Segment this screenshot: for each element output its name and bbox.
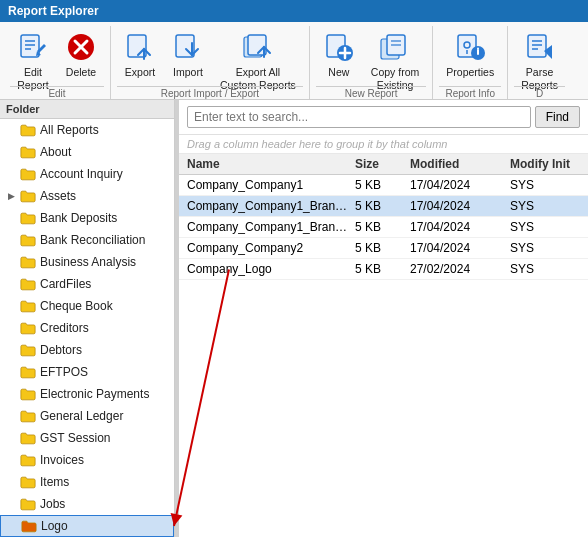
sidebar-item-card-files[interactable]: CardFiles (0, 273, 174, 295)
table-row[interactable]: Company_Company1_Branch25 KB17/04/2024SY… (179, 217, 588, 238)
sidebar-item-jobs[interactable]: Jobs (0, 493, 174, 515)
sidebar-item-creditors[interactable]: Creditors (0, 317, 174, 339)
folder-icon (20, 233, 36, 247)
import-label: Import (173, 66, 203, 79)
group-hint: Drag a column header here to group it by… (179, 135, 588, 154)
sidebar-item-label: Debtors (40, 343, 82, 357)
cell-name: Company_Company1_Branch2 (187, 220, 355, 234)
sidebar-item-account-inquiry[interactable]: Account Inquiry (0, 163, 174, 185)
sidebar-item-label: GST Session (40, 431, 110, 445)
sidebar-item-about[interactable]: About (0, 141, 174, 163)
svg-point-27 (477, 48, 479, 50)
cell-size: 5 KB (355, 262, 410, 276)
search-button[interactable]: Find (535, 106, 580, 128)
table-row[interactable]: Company_Company25 KB17/04/2024SYS (179, 238, 588, 259)
sidebar-item-bank-deposits[interactable]: Bank Deposits (0, 207, 174, 229)
sidebar-item-gst-session[interactable]: GST Session (0, 427, 174, 449)
sidebar-item-assets[interactable]: ▶ Assets (0, 185, 174, 207)
cell-size: 5 KB (355, 199, 410, 213)
sidebar-item-label: Assets (40, 189, 76, 203)
cell-modifyInit: SYS (510, 241, 580, 255)
sidebar-item-logo[interactable]: Logo (0, 515, 174, 537)
table-row[interactable]: Company_Company15 KB17/04/2024SYS (179, 175, 588, 196)
sidebar-item-business-analysis[interactable]: Business Analysis (0, 251, 174, 273)
ribbon-group-parse: ParseReports D (508, 26, 571, 99)
cell-modified: 17/04/2024 (410, 178, 510, 192)
ribbon-group-import-export-label: Report Import / Export (117, 86, 303, 100)
sidebar-item-label: Jobs (40, 497, 65, 511)
sidebar-item-invoices[interactable]: Invoices (0, 449, 174, 471)
new-button[interactable]: New (316, 26, 362, 84)
sidebar-item-label: All Reports (40, 123, 99, 137)
table-row[interactable]: Company_Company1_Branch15 KB17/04/2024SY… (179, 196, 588, 217)
sidebar-item-debtors[interactable]: Debtors (0, 339, 174, 361)
ribbon-group-report-info: Properties Report Info (433, 26, 508, 99)
sidebar-item-label: Bank Reconciliation (40, 233, 145, 247)
copy-from-existing-button[interactable]: Copy fromExisting (364, 26, 426, 84)
sidebar-item-label: Bank Deposits (40, 211, 117, 225)
sidebar-item-items[interactable]: Items (0, 471, 174, 493)
sidebar-item-bank-reconciliation[interactable]: Bank Reconciliation (0, 229, 174, 251)
expand-icon[interactable]: ▶ (8, 191, 20, 201)
import-button[interactable]: Import (165, 26, 211, 84)
ribbon-group-parse-label: D (514, 86, 565, 100)
properties-button[interactable]: Properties (439, 26, 501, 84)
delete-label: Delete (66, 66, 96, 79)
cell-size: 5 KB (355, 178, 410, 192)
folder-icon (20, 343, 36, 357)
sidebar-item-label: Business Analysis (40, 255, 136, 269)
folder-icon (20, 387, 36, 401)
delete-button[interactable]: Delete (58, 26, 104, 84)
right-panel: Find Drag a column header here to group … (179, 100, 588, 537)
folder-icon (20, 453, 36, 467)
cell-size: 5 KB (355, 241, 410, 255)
cell-modifyInit: SYS (510, 262, 580, 276)
svg-rect-0 (21, 35, 39, 57)
cell-modifyInit: SYS (510, 199, 580, 213)
folder-icon (20, 255, 36, 269)
folder-icon (20, 431, 36, 445)
sidebar-item-label: CardFiles (40, 277, 91, 291)
parse-reports-button[interactable]: ParseReports (514, 26, 565, 84)
cell-name: Company_Company1_Branch1 (187, 199, 355, 213)
folder-icon (20, 167, 36, 181)
folder-tree-header: Folder (0, 100, 174, 119)
sidebar-item-label: General Ledger (40, 409, 123, 423)
folder-icon (20, 321, 36, 335)
col-modified: Modified (410, 157, 510, 171)
sidebar-item-electronic-payments[interactable]: Electronic Payments (0, 383, 174, 405)
import-icon (172, 31, 204, 63)
sidebar-item-label: Items (40, 475, 69, 489)
folder-icon (20, 409, 36, 423)
sidebar-item-label: Cheque Book (40, 299, 113, 313)
edit-report-icon (17, 31, 49, 63)
export-button[interactable]: Export (117, 26, 163, 84)
col-name: Name (187, 157, 355, 171)
folder-icon (20, 277, 36, 291)
ribbon: EditReport Delete Edit (0, 22, 588, 100)
svg-rect-28 (528, 35, 546, 57)
export-all-button[interactable]: Export AllCustom Reports (213, 26, 303, 84)
sidebar-item-all-reports[interactable]: All Reports (0, 119, 174, 141)
search-input[interactable] (187, 106, 531, 128)
table-row[interactable]: Company_Logo5 KB27/02/2024SYS (179, 259, 588, 280)
folder-icon (20, 145, 36, 159)
new-label: New (328, 66, 349, 79)
sidebar-item-label: About (40, 145, 71, 159)
cell-modifyInit: SYS (510, 220, 580, 234)
cell-name: Company_Company2 (187, 241, 355, 255)
folder-icon (20, 299, 36, 313)
sidebar-item-label: EFTPOS (40, 365, 88, 379)
export-label: Export (125, 66, 155, 79)
sidebar-item-general-ledger[interactable]: General Ledger (0, 405, 174, 427)
properties-icon (454, 31, 486, 63)
parse-icon (524, 31, 556, 63)
delete-icon (65, 31, 97, 63)
properties-label: Properties (446, 66, 494, 79)
folder-icon (20, 497, 36, 511)
ribbon-group-new-report: New Copy fromExisting New Report (310, 26, 433, 99)
edit-report-button[interactable]: EditReport (10, 26, 56, 84)
sidebar-item-cheque-book[interactable]: Cheque Book (0, 295, 174, 317)
cell-name: Company_Logo (187, 262, 355, 276)
sidebar-item-eftpos[interactable]: EFTPOS (0, 361, 174, 383)
